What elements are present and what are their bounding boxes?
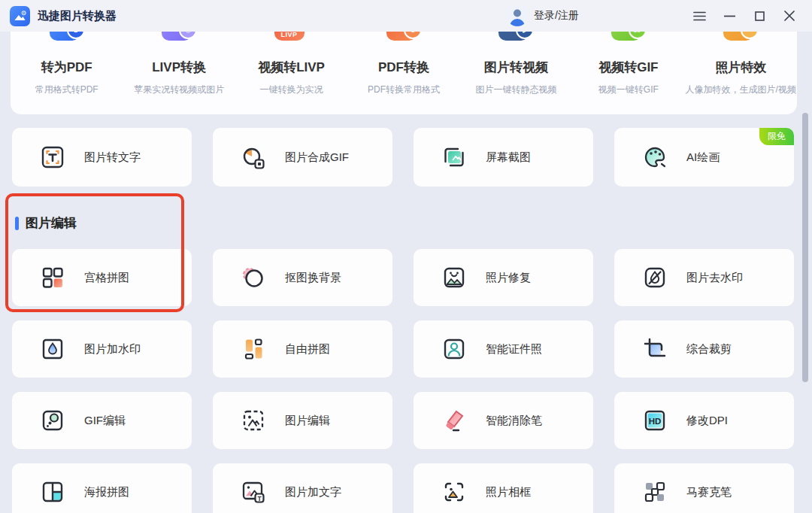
tool-row-1: 图片转文字 图片合成GIF 屏幕截图 限免 AI绘画 bbox=[12, 128, 800, 187]
menu-icon[interactable] bbox=[684, 0, 714, 32]
image-edit-icon bbox=[240, 407, 267, 434]
tool-label: 图片加文字 bbox=[285, 485, 341, 499]
tool-label: 智能消除笔 bbox=[486, 414, 542, 428]
tool-card-cutout[interactable]: 抠图换背景 bbox=[213, 249, 392, 306]
top-card-subtitle: 视频一键转GIF bbox=[572, 83, 684, 96]
tool-label: 图片加水印 bbox=[84, 342, 141, 357]
svg-text:HD: HD bbox=[649, 417, 662, 426]
tool-card-image-edit[interactable]: 图片编辑 bbox=[213, 392, 392, 449]
tool-card-ai-paint[interactable]: 限免 AI绘画 bbox=[614, 128, 794, 187]
top-card-title: 照片特效 bbox=[685, 59, 797, 76]
tool-card-ocr[interactable]: 图片转文字 bbox=[12, 128, 192, 187]
top-card-subtitle: 人像加特效，生成图片/视频 bbox=[685, 83, 797, 96]
tool-label: GIF编辑 bbox=[84, 414, 126, 428]
section-accent-bar bbox=[15, 217, 19, 230]
gif-merge-icon bbox=[240, 144, 267, 171]
eraser-pen-icon bbox=[441, 407, 468, 434]
top-card-title: PDF转换 bbox=[347, 59, 459, 76]
mosaic-icon bbox=[641, 478, 668, 505]
tool-label: 综合裁剪 bbox=[686, 342, 732, 357]
tool-label: 图片合成GIF bbox=[285, 150, 349, 165]
window-controls bbox=[684, 0, 804, 32]
cutout-icon bbox=[240, 264, 267, 291]
tool-card-poster-collage[interactable]: 海报拼图 bbox=[12, 463, 192, 513]
tool-card-gif-edit[interactable]: GIF编辑 bbox=[12, 392, 192, 449]
tool-card-remove-watermark[interactable]: 图片去水印 bbox=[614, 249, 794, 306]
tool-card-eraser-pen[interactable]: 智能消除笔 bbox=[414, 392, 593, 449]
gif-edit-icon bbox=[39, 407, 66, 434]
grid-collage-icon bbox=[39, 264, 66, 291]
crop-icon bbox=[641, 335, 668, 363]
tool-label: 修改DPI bbox=[686, 414, 728, 428]
photo-repair-icon bbox=[441, 264, 468, 291]
tool-card-add-text[interactable]: T 图片加文字 bbox=[213, 463, 392, 513]
titlebar: 迅捷图片转换器 登录/注册 bbox=[0, 0, 812, 32]
app-title: 迅捷图片转换器 bbox=[38, 9, 117, 23]
ai-paint-icon bbox=[641, 144, 668, 171]
vertical-scrollbar-thumb[interactable] bbox=[802, 113, 808, 382]
svg-text:T: T bbox=[257, 495, 262, 502]
tool-label: 自由拼图 bbox=[285, 342, 330, 357]
dpi-icon: HD bbox=[641, 407, 668, 434]
tool-label: 智能证件照 bbox=[486, 342, 542, 357]
tool-card-photo-frame[interactable]: 照片相框 bbox=[414, 463, 593, 513]
top-card-subtitle: PDF转换常用格式 bbox=[347, 83, 459, 96]
free-collage-icon bbox=[240, 335, 267, 363]
tool-card-dpi[interactable]: HD 修改DPI bbox=[614, 392, 794, 449]
login-register-label: 登录/注册 bbox=[534, 9, 579, 23]
tool-card-photo-repair[interactable]: 照片修复 bbox=[414, 249, 593, 306]
top-card-subtitle: 苹果实况转视频或图片 bbox=[123, 83, 235, 96]
tool-label: 抠图换背景 bbox=[285, 271, 341, 285]
top-card-title: 图片转视频 bbox=[460, 59, 572, 76]
free-badge: 限免 bbox=[759, 128, 794, 145]
remove-watermark-icon bbox=[641, 264, 668, 291]
ocr-icon bbox=[39, 144, 66, 171]
tool-label: 马赛克笔 bbox=[686, 485, 732, 499]
login-register-button[interactable]: 登录/注册 bbox=[507, 0, 579, 32]
tool-label: 海报拼图 bbox=[84, 485, 129, 499]
section-title: 图片编辑 bbox=[26, 214, 77, 232]
tool-card-id-photo[interactable]: 智能证件照 bbox=[414, 320, 593, 378]
tool-card-free-collage[interactable]: 自由拼图 bbox=[213, 320, 392, 378]
tool-card-crop[interactable]: 综合裁剪 bbox=[614, 320, 794, 378]
maximize-icon[interactable] bbox=[744, 0, 774, 32]
tool-label: 图片编辑 bbox=[285, 414, 330, 428]
photo-frame-icon bbox=[441, 478, 468, 505]
close-icon[interactable] bbox=[774, 0, 804, 32]
tool-card-screenshot[interactable]: 屏幕截图 bbox=[414, 128, 593, 187]
user-avatar-icon bbox=[507, 5, 528, 26]
tool-card-grid-collage[interactable]: 宫格拼图 bbox=[12, 249, 192, 306]
add-watermark-icon bbox=[39, 335, 66, 363]
poster-collage-icon bbox=[39, 478, 66, 505]
top-card-title: LIVP转换 bbox=[123, 59, 235, 76]
app-logo-icon bbox=[10, 6, 30, 26]
tool-label: 图片转文字 bbox=[84, 150, 141, 165]
tool-card-add-watermark[interactable]: 图片加水印 bbox=[12, 320, 192, 378]
tool-label: 图片去水印 bbox=[686, 271, 743, 285]
tool-row-2: 宫格拼图 抠图换背景 照片修复 图片去水印 bbox=[12, 249, 800, 306]
id-photo-icon bbox=[441, 335, 468, 363]
section-header-image-edit: 图片编辑 bbox=[15, 214, 77, 232]
tool-label: 照片修复 bbox=[486, 271, 531, 285]
tool-card-mosaic[interactable]: 马赛克笔 bbox=[614, 463, 794, 513]
minimize-icon[interactable] bbox=[714, 0, 744, 32]
tool-row-4: GIF编辑 图片编辑 智能消除笔 HD 修改DPI bbox=[12, 392, 800, 449]
tool-label: 照片相框 bbox=[486, 485, 531, 499]
tool-label: AI绘画 bbox=[686, 150, 720, 165]
top-card-title: 转为PDF bbox=[11, 59, 123, 76]
top-card-title: 视频转LIVP bbox=[235, 59, 347, 76]
add-text-icon: T bbox=[240, 478, 267, 505]
top-card-subtitle: 一键转换为实况 bbox=[235, 83, 347, 96]
tool-label: 宫格拼图 bbox=[84, 271, 129, 285]
top-card-title: 视频转GIF bbox=[572, 59, 684, 76]
top-card-subtitle: 常用格式转PDF bbox=[11, 83, 123, 96]
tool-label: 屏幕截图 bbox=[486, 150, 531, 165]
tool-card-gif-merge[interactable]: 图片合成GIF bbox=[213, 128, 392, 187]
tool-row-5: 海报拼图 T 图片加文字 照片相框 马赛克笔 bbox=[12, 463, 800, 513]
screenshot-icon bbox=[441, 144, 468, 171]
top-card-subtitle: 图片一键转静态视频 bbox=[460, 83, 572, 96]
tool-row-3: 图片加水印 自由拼图 智能证件照 综合裁剪 bbox=[12, 320, 800, 378]
